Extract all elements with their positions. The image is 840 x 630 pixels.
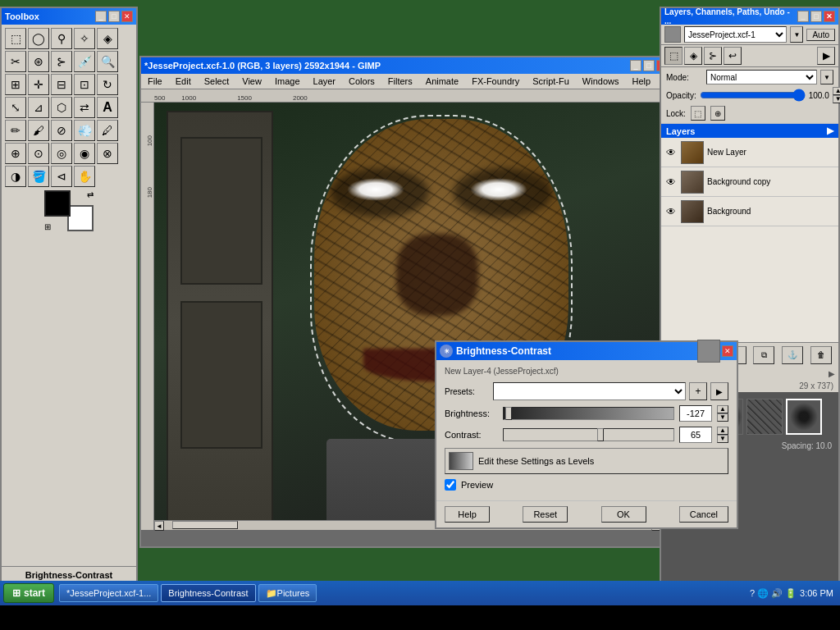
toolbox-close-btn[interactable]: ✕: [121, 11, 133, 22]
brightness-slider-thumb[interactable]: [505, 407, 512, 420]
move-tool[interactable]: ✛: [28, 74, 49, 95]
background-color-chip[interactable]: [67, 205, 94, 231]
mode-select[interactable]: Normal: [706, 70, 817, 84]
menu-layer[interactable]: Layer: [310, 75, 340, 87]
tray-icon-help[interactable]: ?: [750, 588, 755, 598]
menu-fx-foundry[interactable]: FX-Foundry: [468, 75, 523, 87]
pencil-tool[interactable]: ✏: [5, 120, 26, 141]
airbrush-tool[interactable]: 💨: [74, 120, 95, 141]
layer-visibility-new-layer[interactable]: 👁: [664, 146, 678, 159]
zoom-tool[interactable]: 🔍: [97, 51, 118, 72]
align-tool[interactable]: ⊟: [51, 74, 72, 95]
color-pick-tool[interactable]: 💉: [74, 51, 95, 72]
layers-close-btn[interactable]: ✕: [824, 11, 835, 22]
ok-btn[interactable]: OK: [601, 506, 646, 523]
text-tool[interactable]: A: [97, 97, 118, 118]
taskbar-item-bc[interactable]: Brightness-Contrast: [161, 584, 255, 602]
tab-paths[interactable]: ⊱: [704, 47, 722, 65]
contrast-value[interactable]: 65: [679, 427, 712, 443]
menu-view[interactable]: View: [239, 75, 265, 87]
blend-tool[interactable]: ⊲: [51, 166, 72, 187]
taskbar-item-pictures[interactable]: 📁 Pictures: [258, 584, 317, 602]
brightness-up-btn[interactable]: ▲: [717, 405, 728, 413]
contrast-down-btn[interactable]: ▼: [717, 435, 728, 443]
layer-item-new-layer[interactable]: 👁 New Layer: [661, 138, 838, 167]
rotate-tool[interactable]: ↻: [97, 74, 118, 95]
menu-file[interactable]: File: [144, 75, 166, 87]
gimp-minimize-btn[interactable]: _: [630, 60, 641, 71]
opacity-up-btn[interactable]: ▲: [833, 87, 840, 95]
contrast-slider-thumb[interactable]: [597, 428, 604, 441]
scale-tool[interactable]: ⤡: [5, 97, 26, 118]
brush-thumb-3[interactable]: [746, 399, 783, 435]
ink-tool[interactable]: 🖊: [97, 120, 118, 141]
layer-item-bg-copy[interactable]: 👁 Background copy: [661, 167, 838, 197]
layer-visibility-bg-copy[interactable]: 👁: [664, 176, 678, 189]
contrast-up-btn[interactable]: ▲: [717, 427, 728, 435]
auto-button[interactable]: Auto: [806, 29, 835, 41]
menu-image[interactable]: Image: [272, 75, 304, 87]
presets-select[interactable]: [493, 382, 686, 400]
dodge-burn-tool[interactable]: ◑: [5, 166, 26, 187]
brightness-down-btn[interactable]: ▼: [717, 413, 728, 422]
paths-tool[interactable]: ⊱: [51, 51, 72, 72]
crop-tool[interactable]: ⊡: [74, 74, 95, 95]
gimp-maximize-btn[interactable]: □: [643, 60, 655, 71]
opacity-slider[interactable]: [700, 90, 806, 100]
tab-layers[interactable]: ⬚: [664, 47, 682, 65]
brush-thumb-4-selected[interactable]: [786, 399, 822, 435]
tray-icon-battery[interactable]: 🔋: [785, 588, 797, 599]
preview-checkbox[interactable]: [445, 479, 456, 491]
reset-colors-icon[interactable]: ⊞: [44, 222, 51, 231]
scissors-select-tool[interactable]: ✂: [5, 51, 26, 72]
perspective-tool[interactable]: ⬡: [51, 97, 72, 118]
rect-select-tool[interactable]: ⬚: [5, 28, 26, 49]
menu-colors[interactable]: Colors: [345, 75, 378, 87]
ellipse-select-tool[interactable]: ◯: [28, 28, 49, 49]
foreground-select-tool[interactable]: ⊛: [28, 51, 49, 72]
shear-tool[interactable]: ⊿: [28, 97, 49, 118]
layer-visibility-background[interactable]: 👁: [664, 205, 678, 218]
mode-dropdown-arrow[interactable]: ▼: [820, 70, 833, 84]
start-button[interactable]: ⊞ start: [3, 583, 54, 603]
scroll-left-btn[interactable]: ◄: [154, 521, 164, 531]
tab-channels[interactable]: ◈: [684, 47, 702, 65]
menu-filters[interactable]: Filters: [385, 75, 416, 87]
toolbox-minimize-btn[interactable]: _: [95, 11, 107, 22]
duplicate-layer-btn[interactable]: ⧉: [753, 346, 774, 364]
fuzzy-select-tool[interactable]: ✧: [74, 28, 95, 49]
scroll-thumb-h[interactable]: [172, 521, 238, 529]
smudge-tool[interactable]: ⊗: [97, 143, 118, 164]
layers-maximize-btn[interactable]: □: [810, 11, 822, 22]
brightness-value[interactable]: -127: [679, 405, 712, 422]
lock-position-btn[interactable]: ⊕: [710, 106, 725, 121]
tray-icon-network[interactable]: 🌐: [757, 588, 769, 599]
bucket-fill-tool[interactable]: 🪣: [28, 166, 49, 187]
clone-tool[interactable]: ⊕: [5, 143, 26, 164]
contrast-slider-track[interactable]: [503, 428, 674, 441]
tab-undo[interactable]: ↩: [724, 47, 742, 65]
taskbar-item-gimp[interactable]: *JesseProject.xcf-1...: [59, 584, 158, 602]
tray-icon-volume[interactable]: 🔊: [771, 588, 783, 599]
lock-pixels-btn[interactable]: ⬚: [691, 106, 705, 121]
preset-add-btn[interactable]: +: [689, 382, 707, 400]
file-dropdown-arrow[interactable]: ▼: [790, 26, 803, 43]
delete-layer-btn[interactable]: 🗑: [810, 346, 832, 364]
blur-sharpen-tool[interactable]: ◉: [74, 143, 95, 164]
by-color-select-tool[interactable]: ◈: [97, 28, 118, 49]
swap-colors-icon[interactable]: ⇄: [87, 190, 94, 199]
measure-tool[interactable]: ⊞: [5, 74, 26, 95]
help-btn[interactable]: Help: [445, 506, 490, 523]
menu-script-fu[interactable]: Script-Fu: [529, 75, 573, 87]
cancel-btn[interactable]: Cancel: [679, 506, 728, 523]
preset-more-btn[interactable]: ▶: [710, 382, 728, 400]
menu-windows[interactable]: Windows: [579, 75, 623, 87]
foreground-color-chip[interactable]: [44, 190, 71, 217]
menu-help[interactable]: Help: [628, 75, 654, 87]
menu-animate[interactable]: Animate: [422, 75, 462, 87]
layer-item-background[interactable]: 👁 Background: [661, 197, 838, 226]
reset-btn[interactable]: Reset: [523, 506, 568, 523]
tab-menu[interactable]: ▶: [817, 47, 835, 65]
bc-close-btn[interactable]: ✕: [722, 345, 733, 357]
free-select-tool[interactable]: ⚲: [51, 28, 72, 49]
